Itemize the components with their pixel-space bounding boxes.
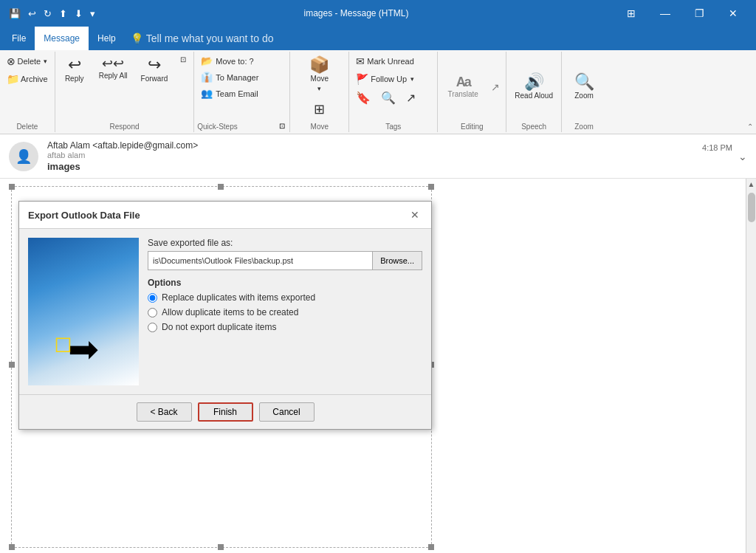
- ribbon-collapse-btn[interactable]: ⌃: [744, 123, 756, 131]
- down-btn[interactable]: ⬇: [72, 7, 86, 21]
- reply-all-btn[interactable]: ↩↩ Reply All: [94, 53, 133, 84]
- more-btn[interactable]: ▾: [87, 7, 98, 21]
- scroll-thumb[interactable]: [748, 193, 755, 222]
- avatar: 👤: [9, 142, 38, 171]
- redo-btn[interactable]: ↻: [41, 7, 55, 21]
- option-donotexport[interactable]: Do not export duplicate items: [148, 322, 422, 332]
- forward-btn[interactable]: ↪ Forward: [136, 53, 173, 87]
- email-header: 👤 Aftab Alam <aftab.lepide@gmail.com> af…: [0, 134, 756, 179]
- menu-file[interactable]: File: [3, 27, 35, 50]
- up-btn[interactable]: ⬆: [56, 7, 70, 21]
- file-path-input[interactable]: [148, 251, 373, 270]
- option-allow[interactable]: Allow duplicate items to be created: [148, 307, 422, 317]
- ribbon-group-tags: ✉ Mark Unread 🚩 Follow Up ▾ 🔖 🔍 ↗ Tag: [349, 52, 438, 132]
- handle-ml[interactable]: [9, 362, 15, 368]
- handle-tm[interactable]: [218, 184, 224, 190]
- to-manager-btn[interactable]: 👔 To Manager: [197, 69, 286, 85]
- ribbon-group-editing: Aa Translate ↗ Editing: [438, 52, 506, 132]
- close-btn[interactable]: ✕: [716, 0, 750, 27]
- email-to: aftab alam: [47, 151, 198, 159]
- save-section: Save exported file as: Browse...: [148, 238, 422, 270]
- option-donotexport-radio[interactable]: [148, 323, 157, 332]
- expand-btn[interactable]: ⌄: [738, 151, 747, 162]
- title-bar-left: 💾 ↩ ↻ ⬆ ⬇ ▾: [6, 7, 98, 21]
- speech-label: Speech: [509, 121, 558, 131]
- move-to-btn[interactable]: 📂 Move to: ?: [197, 53, 286, 69]
- dialog-right: Save exported file as: Browse... Options…: [148, 238, 422, 385]
- option-replace[interactable]: Replace duplicates with items exported: [148, 292, 422, 303]
- menu-message[interactable]: Message: [35, 27, 89, 50]
- quick-steps-label: quick-steps: [197, 121, 237, 131]
- options-section: Options Replace duplicates with items ex…: [148, 278, 422, 332]
- forward-icon: ↪: [148, 57, 161, 73]
- save-label: Save exported file as:: [148, 238, 422, 248]
- menu-search[interactable]: 💡 Tell me what you want to do: [131, 32, 274, 44]
- email-meta: Aftab Alam <aftab.lepide@gmail.com> afta…: [47, 140, 198, 172]
- move-btn[interactable]: 📦 Move ▾: [304, 53, 334, 96]
- handle-tr[interactable]: [428, 184, 434, 190]
- dialog-arrow-icon: ➡: [68, 328, 99, 371]
- zoom-btn[interactable]: 🔍 Zoom: [569, 70, 599, 104]
- handle-tl[interactable]: [9, 184, 15, 190]
- dialog-titlebar: Export Outlook Data File ✕: [19, 202, 431, 229]
- reply-btn[interactable]: ↩ Reply: [58, 53, 91, 87]
- maximize-btn[interactable]: ❐: [682, 0, 716, 27]
- respond-more-btn[interactable]: ⊡: [176, 53, 190, 66]
- title-bar: 💾 ↩ ↻ ⬆ ⬇ ▾ images - Message (HTML) ⊞ — …: [0, 0, 756, 27]
- handle-br[interactable]: [428, 544, 434, 550]
- move-sub-btn[interactable]: ⊞: [301, 97, 338, 121]
- window-controls: ⊞ — ❐ ✕: [614, 0, 750, 27]
- email-time: 4:18 PM: [702, 140, 732, 152]
- read-aloud-label: Read Aloud: [515, 92, 553, 100]
- undo-btn[interactable]: ↩: [25, 7, 39, 21]
- delete-btn[interactable]: ⊗ Delete ▾: [3, 53, 51, 69]
- read-aloud-btn[interactable]: 🔊 Read Aloud: [509, 70, 558, 104]
- window-title: images - Message (HTML): [98, 8, 614, 18]
- archive-btn[interactable]: 📁 Archive: [3, 71, 52, 87]
- settings-btn[interactable]: ⊞: [614, 0, 648, 27]
- option-donotexport-label: Do not export duplicate items: [162, 322, 276, 332]
- menu-help[interactable]: Help: [89, 27, 125, 50]
- zoom-label: Zoom: [565, 121, 603, 131]
- scroll-up-arrow[interactable]: ▲: [746, 179, 756, 190]
- option-replace-radio[interactable]: [148, 293, 157, 303]
- follow-up-icon: 🚩: [356, 73, 368, 85]
- cancel-btn[interactable]: Cancel: [259, 402, 315, 422]
- dialog-close-btn[interactable]: ✕: [408, 207, 422, 222]
- save-btn[interactable]: 💾: [6, 7, 24, 21]
- team-email-btn[interactable]: 👥 Team Email: [197, 86, 286, 101]
- move-icon: 📦: [309, 57, 329, 73]
- scroll-track: [745, 190, 757, 553]
- dialog-title: Export Outlook Data File: [28, 210, 140, 221]
- editing-label: Editing: [441, 121, 503, 131]
- follow-up-btn[interactable]: 🚩 Follow Up ▾: [352, 71, 434, 87]
- option-allow-radio[interactable]: [148, 308, 157, 317]
- tag-icon-btn[interactable]: 🔖: [352, 89, 374, 107]
- handle-bl[interactable]: [9, 544, 15, 550]
- handle-bm[interactable]: [218, 544, 224, 550]
- team-email-label: Team Email: [216, 89, 258, 98]
- move-sub-icon: ⊞: [314, 101, 325, 117]
- translate-btn[interactable]: Aa Translate: [441, 72, 485, 103]
- minimize-btn[interactable]: —: [648, 0, 682, 27]
- email-area: 👤 Aftab Alam <aftab.lepide@gmail.com> af…: [0, 134, 756, 553]
- mark-unread-btn[interactable]: ✉ Mark Unread: [352, 53, 434, 69]
- translate-label: Translate: [448, 90, 478, 99]
- translate-sub-btn[interactable]: ↗: [488, 79, 503, 95]
- reply-all-label: Reply All: [99, 72, 128, 80]
- pointer-btn[interactable]: ↗: [402, 89, 419, 107]
- finish-btn[interactable]: Finish: [198, 402, 253, 422]
- options-label: Options: [148, 278, 422, 288]
- back-btn[interactable]: < Back: [137, 402, 192, 422]
- ribbon: ⊗ Delete ▾ 📁 Archive Delete ↩ Reply ↩↩ R…: [0, 50, 756, 134]
- browse-btn[interactable]: Browse...: [373, 251, 422, 270]
- pointer-icon: ↗: [406, 91, 416, 105]
- search-btn[interactable]: 🔍: [377, 89, 399, 107]
- quick-save-btns: 💾 ↩ ↻ ⬆ ⬇ ▾: [6, 7, 98, 21]
- quick-steps-expand[interactable]: ⊡: [278, 122, 286, 130]
- mark-unread-icon: ✉: [356, 55, 365, 67]
- respond-label: Respond: [109, 121, 139, 131]
- email-from: Aftab Alam <aftab.lepide@gmail.com>: [47, 140, 198, 151]
- reply-icon: ↩: [68, 57, 81, 73]
- option-replace-label: Replace duplicates with items exported: [162, 292, 315, 303]
